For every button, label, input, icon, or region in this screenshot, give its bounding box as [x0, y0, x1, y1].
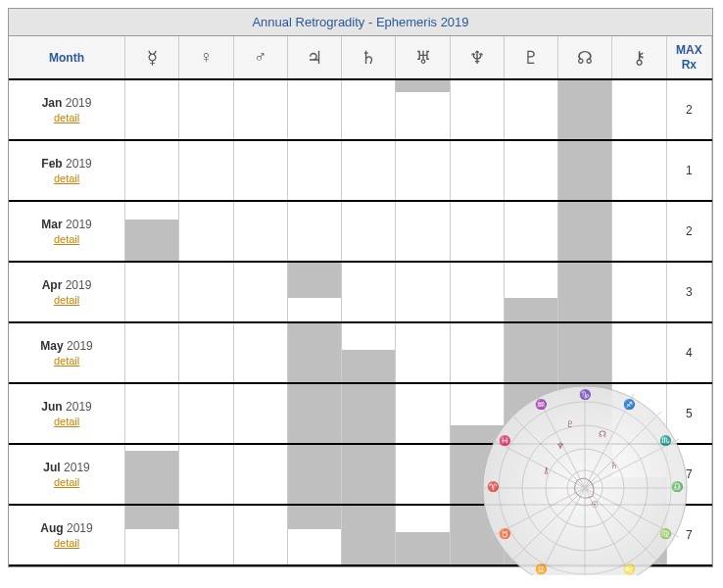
month-cell-feb: Feb 2019 detail — [9, 140, 125, 201]
cell-mar-uranus — [396, 201, 450, 262]
cell-may-chiron — [612, 322, 666, 383]
uranus-icon: ♅ — [396, 36, 450, 79]
cell-jul-jupiter — [287, 444, 341, 505]
neptune-icon: ♆ — [450, 36, 504, 79]
table-row: Feb 2019 detail 1 — [9, 140, 712, 201]
cell-jul-uranus — [396, 444, 450, 505]
month-cell-jun: Jun 2019 detail — [9, 383, 125, 444]
cell-apr-jupiter — [287, 262, 341, 322]
cell-jul-saturn — [342, 444, 396, 505]
detail-link[interactable]: detail — [9, 233, 124, 245]
cell-jul-node — [558, 444, 612, 505]
cell-feb-pluto — [504, 140, 557, 201]
pluto-icon: ♇ — [504, 36, 557, 79]
cell-mar-jupiter — [287, 201, 341, 262]
cell-feb-uranus — [396, 140, 450, 201]
venus-icon: ♀ — [179, 36, 233, 79]
cell-may-pluto — [504, 322, 557, 383]
cell-feb-chiron — [612, 140, 666, 201]
month-cell-mar: Mar 2019 detail — [9, 201, 125, 262]
cell-may-node — [558, 322, 612, 383]
cell-may-uranus — [396, 322, 450, 383]
cell-may-neptune — [450, 322, 504, 383]
max-cell: 3 — [666, 262, 711, 322]
cell-feb-jupiter — [287, 140, 341, 201]
cell-jan-mercury — [125, 79, 179, 140]
cell-jul-venus — [179, 444, 233, 505]
cell-jun-neptune — [450, 383, 504, 444]
cell-apr-neptune — [450, 262, 504, 322]
cell-mar-pluto — [504, 201, 557, 262]
cell-jul-neptune — [450, 444, 504, 505]
cell-jun-chiron — [612, 383, 666, 444]
detail-link[interactable]: detail — [9, 416, 124, 427]
max-cell: 2 — [666, 79, 711, 140]
table-row: Jun 2019 detail 5 — [9, 383, 712, 444]
cell-aug-venus — [179, 505, 233, 565]
month-cell-aug: Aug 2019 detail — [9, 505, 125, 565]
mars-icon: ♂ — [233, 36, 287, 79]
cell-apr-node — [558, 262, 612, 322]
svg-text:♋: ♋ — [579, 574, 592, 575]
cell-may-jupiter — [287, 322, 341, 383]
cell-feb-venus — [179, 140, 233, 201]
table-row: Jan 2019 detail 2 — [9, 79, 712, 140]
node-icon: ☊ — [558, 36, 612, 79]
detail-link[interactable]: detail — [9, 172, 124, 184]
table-row: Aug 2019 detail 7 — [9, 505, 712, 565]
cell-aug-mercury — [125, 505, 179, 565]
retrogradity-table: Month ☿ ♀ ♂ ♃ ♄ ♅ ♆ ♇ ☊ ⚷ MAX Rx — [9, 36, 712, 566]
cell-mar-node — [558, 201, 612, 262]
month-cell-may: May 2019 detail — [9, 322, 125, 383]
cell-apr-chiron — [612, 262, 666, 322]
cell-aug-uranus — [396, 505, 450, 565]
cell-mar-chiron — [612, 201, 666, 262]
cell-apr-saturn — [342, 262, 396, 322]
cell-jan-node — [558, 79, 612, 140]
cell-aug-jupiter — [287, 505, 341, 565]
cell-aug-node — [558, 505, 612, 565]
cell-jun-pluto — [504, 383, 557, 444]
table-row: Mar 2019 detail 2 — [9, 201, 712, 262]
cell-feb-saturn — [342, 140, 396, 201]
cell-aug-saturn — [342, 505, 396, 565]
detail-link[interactable]: detail — [9, 537, 124, 549]
retrogradity-table-container: Annual Retrogradity - Ephemeris 2019 Mon… — [8, 8, 713, 567]
cell-feb-mercury — [125, 140, 179, 201]
cell-jun-mars — [233, 383, 287, 444]
cell-jul-mars — [233, 444, 287, 505]
saturn-icon: ♄ — [342, 36, 396, 79]
month-cell-jan: Jan 2019 detail — [9, 79, 125, 140]
detail-link[interactable]: detail — [9, 294, 124, 306]
detail-link[interactable]: detail — [9, 476, 124, 488]
table-title: Annual Retrogradity - Ephemeris 2019 — [9, 9, 712, 36]
cell-jul-mercury — [125, 444, 179, 505]
cell-jan-venus — [179, 79, 233, 140]
cell-mar-venus — [179, 201, 233, 262]
cell-jul-pluto — [504, 444, 557, 505]
cell-mar-neptune — [450, 201, 504, 262]
max-cell: 5 — [666, 383, 711, 444]
jupiter-icon: ♃ — [287, 36, 341, 79]
cell-jan-neptune — [450, 79, 504, 140]
max-cell: 7 — [666, 505, 711, 565]
cell-aug-chiron — [612, 505, 666, 565]
detail-link[interactable]: detail — [9, 112, 124, 123]
cell-jan-pluto — [504, 79, 557, 140]
cell-jun-venus — [179, 383, 233, 444]
cell-aug-mars — [233, 505, 287, 565]
max-cell: 1 — [666, 140, 711, 201]
cell-apr-mercury — [125, 262, 179, 322]
cell-may-mercury — [125, 322, 179, 383]
header-max-rx: MAX Rx — [666, 36, 711, 79]
max-cell: 4 — [666, 322, 711, 383]
cell-mar-mars — [233, 201, 287, 262]
cell-jan-saturn — [342, 79, 396, 140]
cell-jun-jupiter — [287, 383, 341, 444]
cell-jun-node — [558, 383, 612, 444]
table-row: Apr 2019 detail 3 — [9, 262, 712, 322]
table-row: May 2019 detail 4 — [9, 322, 712, 383]
detail-link[interactable]: detail — [9, 355, 124, 367]
month-cell-jul: Jul 2019 detail — [9, 444, 125, 505]
cell-feb-neptune — [450, 140, 504, 201]
